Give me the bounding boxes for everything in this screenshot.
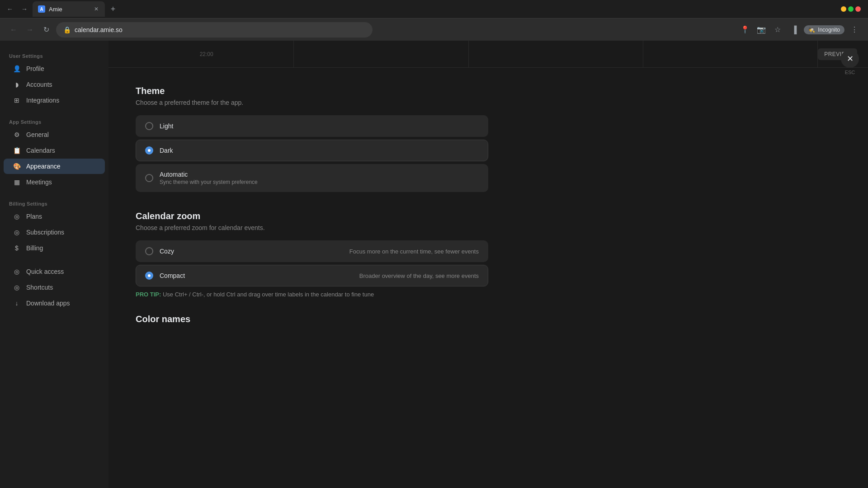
zoom-compact-right-label: Broader overview of the day, see more ev… <box>359 272 479 279</box>
menu-button[interactable]: ⋮ <box>848 23 861 36</box>
radio-automatic <box>145 174 153 182</box>
sidebar-label-accounts: Accounts <box>26 81 52 88</box>
profile-icon: 👤 <box>13 65 21 73</box>
theme-light-label: Light <box>160 122 173 130</box>
tab-bar: ← → A Amie ✕ + <box>0 0 868 18</box>
sidebar-item-shortcuts[interactable]: ◎ Shortcuts <box>4 280 105 295</box>
integrations-icon: ⊞ <box>13 96 21 104</box>
time-cell-4 <box>643 41 818 68</box>
zoom-option-compact[interactable]: Compact Broader overview of the day, see… <box>136 265 488 286</box>
sidebar-item-calendars[interactable]: 📋 Calendars <box>4 143 105 158</box>
close-window-button[interactable] <box>855 6 861 12</box>
nav-actions: 📍 📷 ☆ ▐ 🕵 Incognito ⋮ <box>739 23 861 36</box>
incognito-icon: 🕵 <box>808 27 815 33</box>
address-bar[interactable]: 🔒 calendar.amie.so <box>56 22 373 38</box>
nav-back-button[interactable]: ← <box>7 23 20 36</box>
tab-close-button[interactable]: ✕ <box>93 5 99 13</box>
user-settings-title: User Settings <box>0 50 108 61</box>
app-settings-title: App Settings <box>0 116 108 127</box>
theme-description: Choose a preferred theme for the app. <box>136 99 488 106</box>
nav-bar: ← → ↻ 🔒 calendar.amie.so 📍 📷 ☆ ▐ 🕵 Incog… <box>0 18 868 41</box>
radio-compact <box>145 272 153 280</box>
sidebar-label-integrations: Integrations <box>26 97 59 104</box>
sidebar-item-plans[interactable]: ◎ Plans <box>4 209 105 224</box>
sidebar: User Settings 👤 Profile ◗ Accounts ⊞ Int… <box>0 41 108 488</box>
zoom-option-cozy[interactable]: Cozy Focus more on the current time, see… <box>136 240 488 262</box>
theme-dark-label: Dark <box>160 147 173 154</box>
zoom-compact-text: Compact <box>160 272 185 279</box>
billing-settings-title: Billing Settings <box>0 197 108 208</box>
zoom-cozy-label: Cozy <box>160 248 174 255</box>
sidebar-label-shortcuts: Shortcuts <box>26 284 53 291</box>
new-tab-button[interactable]: + <box>107 3 119 15</box>
sidebar-item-general[interactable]: ⚙ General <box>4 127 105 142</box>
content-area: 22:00 PREVIEW Theme Choose a preferred t… <box>108 41 868 488</box>
time-cell-3 <box>469 41 643 68</box>
sidebar-item-integrations[interactable]: ⊞ Integrations <box>4 93 105 108</box>
sidebar-label-meetings: Meetings <box>26 178 52 186</box>
theme-option-light[interactable]: Light <box>136 115 488 137</box>
sidebar-item-meetings[interactable]: ▦ Meetings <box>4 174 105 190</box>
time-grid: 22:00 <box>119 41 818 68</box>
app-container: User Settings 👤 Profile ◗ Accounts ⊞ Int… <box>0 41 868 488</box>
star-button[interactable]: ☆ <box>771 23 784 36</box>
nav-refresh-button[interactable]: ↻ <box>40 23 52 36</box>
accounts-icon: ◗ <box>13 80 21 89</box>
sidebar-item-billing[interactable]: $ Billing <box>4 240 105 256</box>
time-cell-2 <box>294 41 468 68</box>
incognito-badge: 🕵 Incognito <box>804 25 844 34</box>
sidebar-label-general: General <box>26 131 49 138</box>
sidebar-button[interactable]: ▐ <box>788 23 800 36</box>
download-apps-icon: ↓ <box>13 299 21 307</box>
subscriptions-icon: ◎ <box>13 228 21 236</box>
sidebar-label-appearance: Appearance <box>26 163 61 170</box>
time-cell: 22:00 <box>119 41 294 68</box>
pro-tip-text: Use Ctrl+ / Ctrl-, or hold Ctrl and drag… <box>163 291 374 298</box>
sidebar-item-subscriptions[interactable]: ◎ Subscriptions <box>4 225 105 240</box>
zoom-compact-label: Compact <box>160 272 185 279</box>
preview-bar: 22:00 PREVIEW <box>108 41 868 68</box>
pro-tip-label: PRO TIP: <box>136 291 161 298</box>
theme-option-automatic[interactable]: Automatic Sync theme with your system pr… <box>136 164 488 192</box>
camera-button[interactable]: 📷 <box>755 23 768 36</box>
zoom-cozy-text: Cozy <box>160 248 174 255</box>
minimize-button[interactable] <box>841 6 846 12</box>
sidebar-item-appearance[interactable]: 🎨 Appearance <box>4 159 105 174</box>
sidebar-item-download-apps[interactable]: ↓ Download apps <box>4 296 105 311</box>
location-button[interactable]: 📍 <box>739 23 751 36</box>
sidebar-label-plans: Plans <box>26 213 42 220</box>
meetings-icon: ▦ <box>13 178 21 186</box>
sidebar-label-calendars: Calendars <box>26 147 55 154</box>
theme-light-text: Light <box>160 122 173 130</box>
sidebar-item-profile[interactable]: 👤 Profile <box>4 61 105 76</box>
close-button[interactable]: ✕ <box>841 50 859 68</box>
zoom-description: Choose a preferred zoom for calendar eve… <box>136 224 488 231</box>
theme-option-dark[interactable]: Dark <box>136 140 488 161</box>
browser-chrome: ← → A Amie ✕ + ← → ↻ 🔒 calendar.amie.so … <box>0 0 868 41</box>
sidebar-label-subscriptions: Subscriptions <box>26 229 64 236</box>
tab-favicon: A <box>38 5 45 13</box>
billing-icon: $ <box>13 244 21 252</box>
sidebar-label-billing: Billing <box>26 244 43 252</box>
forward-button[interactable]: → <box>18 3 31 15</box>
maximize-button[interactable] <box>848 6 854 12</box>
close-overlay: ✕ ESC <box>841 50 859 75</box>
theme-automatic-text: Automatic Sync theme with your system pr… <box>160 171 258 185</box>
theme-automatic-label: Automatic <box>160 171 258 178</box>
radio-light <box>145 122 153 130</box>
quick-access-icon: ◎ <box>13 267 21 276</box>
nav-forward-button[interactable]: → <box>24 23 36 36</box>
plans-icon: ◎ <box>13 212 21 221</box>
calendars-icon: 📋 <box>13 146 21 155</box>
sidebar-item-accounts[interactable]: ◗ Accounts <box>4 77 105 92</box>
theme-title: Theme <box>136 86 488 96</box>
esc-label: ESC <box>841 70 859 75</box>
lock-icon: 🔒 <box>63 26 71 33</box>
back-button[interactable]: ← <box>4 3 16 15</box>
sidebar-item-quick-access[interactable]: ◎ Quick access <box>4 264 105 279</box>
radio-cozy <box>145 247 153 255</box>
active-tab[interactable]: A Amie ✕ <box>33 1 105 17</box>
tab-title: Amie <box>49 6 90 13</box>
zoom-title: Calendar zoom <box>136 211 488 221</box>
appearance-icon: 🎨 <box>13 162 21 170</box>
